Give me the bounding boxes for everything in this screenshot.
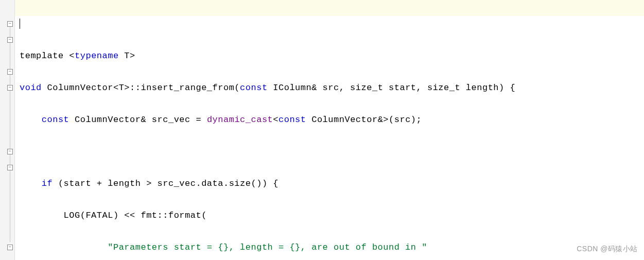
code-line: LOG(FATAL) << fmt::format( <box>20 207 644 223</box>
code-line <box>20 16 644 32</box>
watermark: CSDN @码猿小站 <box>577 241 638 257</box>
fold-marker-icon[interactable] <box>7 37 13 43</box>
fold-guide <box>10 26 10 242</box>
code-line: if (start + length > src_vec.data.size()… <box>20 176 644 192</box>
fold-marker-icon[interactable] <box>7 245 13 250</box>
fold-marker-icon[interactable] <box>7 165 13 170</box>
code-line: "Parameters start = {}, length = {}, are… <box>20 239 644 255</box>
code-line <box>20 144 644 160</box>
fold-marker-icon[interactable] <box>7 85 13 91</box>
text-cursor <box>20 19 20 29</box>
fold-marker-icon[interactable] <box>7 69 13 75</box>
code-line: template <typename T> <box>20 48 644 64</box>
code-block: template <typename T> void ColumnVector<… <box>20 0 644 260</box>
fold-marker-icon[interactable] <box>7 21 13 27</box>
code-line: void ColumnVector<T>::insert_range_from(… <box>20 80 644 96</box>
code-line: const ColumnVector& src_vec = dynamic_ca… <box>20 112 644 128</box>
fold-marker-icon[interactable] <box>7 149 13 154</box>
